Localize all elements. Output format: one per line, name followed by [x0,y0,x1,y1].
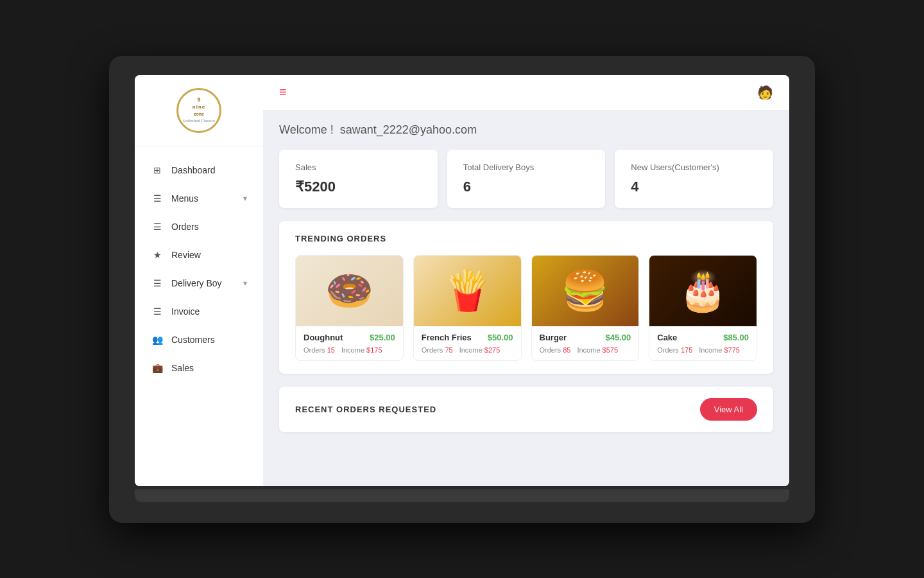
product-info: Cake $85.00 Orders 175 Income $775 [649,326,757,360]
delivery-stat-card: Total Delivery Boys 6 [447,150,606,208]
product-info: Doughnut $25.00 Orders 15 Income $175 [296,326,403,360]
stats-row: Sales ₹5200 Total Delivery Boys 6 New Us… [279,150,773,208]
chevron-down-icon: ▾ [243,194,247,203]
sidebar-item-delivery-boy[interactable]: ☰ Delivery Boy ▾ [135,269,263,297]
product-info: Burger $45.00 Orders 85 Income $575 [532,326,639,360]
product-card-burger: Burger $45.00 Orders 85 Income $575 [531,255,640,361]
product-card-doughnut: Doughnut $25.00 Orders 15 Income $175 [295,255,404,361]
sidebar-item-label: Dashboard [171,165,216,175]
sidebar-item-label: Orders [171,222,199,232]
navigation: ⊞ Dashboard ☰ Menus ▾ ☰ Orders ★ Revie [135,146,263,486]
product-image [296,256,403,326]
content-area: Welcome ! sawant_2222@yahoo.com Sales ₹5… [263,110,789,486]
income-label: Income $775 [699,346,740,354]
invoice-icon: ☰ [151,305,164,318]
product-name-row: Doughnut $25.00 [304,333,395,342]
orders-icon: ☰ [151,220,164,233]
product-name: Doughnut [304,333,343,342]
orders-label: Orders 85 [540,346,571,354]
sales-stat-card: Sales ₹5200 [279,150,438,208]
product-name: Burger [540,333,567,342]
product-info: French Fries $50.00 Orders 75 Income $27… [414,326,521,360]
product-image [532,256,639,326]
product-name-row: Burger $45.00 [540,333,631,342]
sidebar-item-menus[interactable]: ☰ Menus ▾ [135,184,263,213]
sidebar: 9ninezoneUnlimited Flavors ⊞ Dashboard ☰… [135,75,263,486]
income-amount: $275 [484,346,500,354]
sidebar-item-customers[interactable]: 👥 Customers [135,326,263,354]
top-bar: ≡ 🧑 [263,75,789,110]
sales-value: ₹5200 [295,179,422,195]
sidebar-item-review[interactable]: ★ Review [135,241,263,269]
product-stats: Orders 75 Income $275 [422,346,513,354]
sidebar-item-label: Customers [171,335,215,345]
orders-count: 175 [681,346,692,354]
sidebar-item-invoice[interactable]: ☰ Invoice [135,297,263,326]
delivery-label: Total Delivery Boys [463,162,590,172]
product-price: $45.00 [605,333,631,342]
product-stats: Orders 175 Income $775 [657,346,749,354]
product-name-row: Cake $85.00 [657,333,749,342]
product-price: $25.00 [370,333,395,342]
product-price: $85.00 [723,333,749,342]
sidebar-item-label: Delivery Boy [171,278,222,288]
sidebar-item-label: Sales [171,363,194,373]
delivery-value: 6 [463,179,590,195]
income-label: Income $175 [341,346,382,354]
orders-count: 75 [445,346,452,354]
income-label: Income $275 [459,346,501,354]
sales-label: Sales [295,162,422,172]
user-profile-icon[interactable]: 🧑 [757,85,773,100]
trending-orders-section: TRENDING ORDERS Doughnut $25.00 Orders 1… [279,221,773,374]
sidebar-item-sales[interactable]: 💼 Sales [135,354,263,382]
users-stat-card: New Users(Customer's) 4 [615,150,773,208]
sidebar-item-label: Review [171,250,201,260]
product-image [649,256,757,326]
logo-area: 9ninezoneUnlimited Flavors [135,75,263,146]
product-price: $50.00 [488,333,513,342]
main-content: ≡ 🧑 Welcome ! sawant_2222@yahoo.com Sale… [263,75,789,486]
recent-orders-section: RECENT ORDERS REQUESTED View All [279,387,773,432]
orders-label: Orders 15 [304,346,335,354]
dashboard-icon: ⊞ [151,164,164,177]
star-icon: ★ [151,249,164,261]
products-grid: Doughnut $25.00 Orders 15 Income $175 Fr… [295,255,757,361]
product-name-row: French Fries $50.00 [422,333,513,342]
logo: 9ninezoneUnlimited Flavors [176,88,221,133]
welcome-prefix: Welcome ! [279,123,334,136]
chevron-down-icon: ▾ [243,279,247,288]
recent-orders-title: RECENT ORDERS REQUESTED [295,405,436,414]
product-stats: Orders 15 Income $175 [304,346,395,354]
users-value: 4 [631,179,757,195]
orders-label: Orders 175 [657,346,692,354]
orders-count: 85 [563,346,570,354]
customers-icon: 👥 [151,333,164,346]
income-label: Income $575 [577,346,618,354]
orders-count: 15 [327,346,335,354]
product-stats: Orders 85 Income $575 [540,346,631,354]
product-card-cake: Cake $85.00 Orders 175 Income $775 [649,255,757,361]
welcome-message: Welcome ! sawant_2222@yahoo.com [279,123,773,137]
users-label: New Users(Customer's) [631,162,757,172]
menus-icon: ☰ [151,192,164,205]
welcome-email: sawant_2222@yahoo.com [340,123,477,136]
hamburger-icon[interactable]: ≡ [279,85,287,100]
trending-title: TRENDING ORDERS [295,234,757,243]
product-name: Cake [657,333,677,342]
view-all-button[interactable]: View All [700,398,757,421]
sidebar-item-orders[interactable]: ☰ Orders [135,213,263,241]
sidebar-item-dashboard[interactable]: ⊞ Dashboard [135,156,263,184]
orders-label: Orders 75 [422,346,453,354]
income-amount: $575 [603,346,618,354]
sidebar-item-label: Menus [171,193,198,204]
sales-icon: 💼 [151,362,164,374]
delivery-icon: ☰ [151,277,164,290]
income-amount: $775 [724,346,739,354]
product-card-french-fries: French Fries $50.00 Orders 75 Income $27… [413,255,522,361]
income-amount: $175 [366,346,382,354]
logo-text: 9ninezoneUnlimited Flavors [183,96,215,124]
product-name: French Fries [422,333,472,342]
sidebar-item-label: Invoice [171,306,200,317]
product-image [414,256,521,326]
